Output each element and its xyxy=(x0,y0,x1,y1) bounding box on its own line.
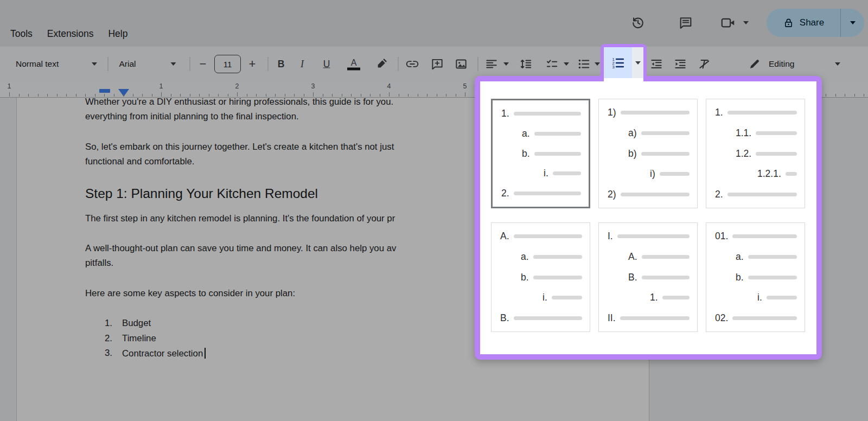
list-style-marker: i. xyxy=(544,168,548,179)
list-style-preview: A.a.b.i.B. xyxy=(492,223,590,331)
list-style-preview: 1)a)b)i)2) xyxy=(599,99,697,208)
placeholder-text-bar xyxy=(756,131,797,135)
placeholder-text-bar xyxy=(620,316,690,320)
list-style-marker: 01. xyxy=(715,231,728,242)
placeholder-text-bar xyxy=(534,152,581,156)
placeholder-text-bar xyxy=(748,255,797,259)
placeholder-text-bar xyxy=(552,296,582,299)
placeholder-text-bar xyxy=(641,152,690,156)
numbered-list-dropdown-button[interactable] xyxy=(632,47,643,78)
placeholder-text-bar xyxy=(514,192,581,195)
list-style-option-decimal-paren[interactable]: 1)a)b)i)2) xyxy=(598,99,698,208)
placeholder-text-bar xyxy=(553,171,581,175)
list-style-option-decimal-alpha-roman[interactable]: 1.a.b.i.2. xyxy=(491,99,590,208)
list-styles-grid: 1.a.b.i.2.1)a)b)i)2)1.1.1.1.2.1.2.1.2.A.… xyxy=(480,81,816,354)
list-style-preview-row: A. xyxy=(608,251,690,263)
list-style-preview-row: 2. xyxy=(501,188,581,199)
list-style-preview-row: 1. xyxy=(715,107,797,118)
list-style-option-leading-zero-decimal[interactable]: 01.a.b.i.02. xyxy=(706,222,805,332)
list-style-marker: 1. xyxy=(501,108,509,119)
list-style-preview-row: b. xyxy=(500,272,582,283)
placeholder-text-bar xyxy=(514,316,582,320)
list-style-preview-row: 2) xyxy=(608,189,690,200)
list-style-preview-row: 1.2. xyxy=(715,148,797,160)
list-style-marker: B. xyxy=(628,272,637,283)
placeholder-text-bar xyxy=(617,234,690,238)
list-style-marker: 1. xyxy=(715,107,723,118)
list-style-preview: I.A.B.1.II. xyxy=(599,223,697,331)
list-style-marker: a. xyxy=(522,128,530,139)
list-style-preview-row: a) xyxy=(608,127,690,139)
placeholder-text-bar xyxy=(732,316,797,320)
list-style-option-upper-alpha[interactable]: A.a.b.i.B. xyxy=(491,222,590,332)
list-style-preview-row: i. xyxy=(500,292,582,303)
placeholder-text-bar xyxy=(767,296,797,299)
placeholder-text-bar xyxy=(533,255,582,259)
list-style-preview-row: 1.2.1. xyxy=(715,168,797,180)
placeholder-text-bar xyxy=(748,276,797,279)
placeholder-text-bar xyxy=(514,112,581,116)
placeholder-text-bar xyxy=(642,276,690,279)
list-style-marker: a. xyxy=(521,251,529,263)
list-style-marker: 1. xyxy=(650,292,658,303)
list-style-marker: 1.2. xyxy=(736,148,751,160)
placeholder-text-bar xyxy=(514,234,582,238)
list-style-preview: 1.a.b.i.2. xyxy=(493,100,589,207)
list-style-preview-row: 02. xyxy=(715,312,797,324)
list-style-marker: II. xyxy=(608,312,616,324)
list-style-marker: b. xyxy=(736,272,744,283)
list-style-marker: 2. xyxy=(501,188,509,199)
numbered-list-styles-menu: 1.a.b.i.2.1)a)b)i)2)1.1.1.1.2.1.2.1.2.A.… xyxy=(475,76,822,360)
list-style-marker: I. xyxy=(608,231,613,242)
list-style-marker: B. xyxy=(500,312,509,324)
list-style-preview-row: 01. xyxy=(715,231,797,242)
list-style-marker: b. xyxy=(521,272,529,283)
list-style-preview: 1.1.1.1.2.1.2.1.2. xyxy=(706,99,805,208)
placeholder-text-bar xyxy=(756,152,797,156)
list-style-preview-row: a. xyxy=(715,251,797,263)
placeholder-text-bar xyxy=(727,111,797,114)
placeholder-text-bar xyxy=(786,172,797,176)
list-style-marker: 1) xyxy=(608,107,616,118)
placeholder-text-bar xyxy=(621,193,690,196)
list-style-preview: 01.a.b.i.02. xyxy=(706,223,805,331)
list-style-option-multilevel-decimal[interactable]: 1.1.1.1.2.1.2.1.2. xyxy=(706,99,805,208)
placeholder-text-bar xyxy=(660,172,690,176)
list-style-marker: 1.1. xyxy=(736,127,751,139)
list-style-marker: a. xyxy=(736,251,744,263)
list-style-preview-row: i) xyxy=(608,168,690,180)
list-style-preview-row: a. xyxy=(500,251,582,263)
list-style-preview-row: B. xyxy=(500,312,582,324)
list-style-preview-row: 2. xyxy=(715,189,797,200)
placeholder-text-bar xyxy=(621,111,690,114)
list-style-marker: 2) xyxy=(608,189,616,200)
list-style-marker: 02. xyxy=(715,312,728,324)
list-style-preview-row: b. xyxy=(501,148,581,160)
list-style-preview-row: 1. xyxy=(501,108,581,119)
list-style-preview-row: B. xyxy=(608,272,690,283)
placeholder-text-bar xyxy=(641,131,690,135)
numbered-list-icon: 1 2 3 xyxy=(610,55,626,71)
list-style-marker: A. xyxy=(628,251,637,263)
list-style-marker: b. xyxy=(522,148,530,160)
numbered-list-button[interactable]: 1 2 3 xyxy=(604,47,632,78)
list-style-marker: 1.2.1. xyxy=(757,168,781,180)
numbered-list-button-highlight: 1 2 3 xyxy=(601,44,647,81)
placeholder-text-bar xyxy=(662,296,690,299)
list-style-marker: A. xyxy=(500,231,509,242)
list-style-marker: a) xyxy=(628,127,637,139)
list-style-preview-row: A. xyxy=(500,231,582,242)
svg-text:3: 3 xyxy=(612,65,615,69)
placeholder-text-bar xyxy=(642,255,690,259)
list-style-preview-row: a. xyxy=(501,128,581,139)
list-style-preview-row: i. xyxy=(715,292,797,303)
list-style-preview-row: b) xyxy=(608,148,690,160)
list-style-preview-row: II. xyxy=(608,312,690,324)
list-style-preview-row: 1) xyxy=(608,107,690,118)
list-style-option-upper-roman[interactable]: I.A.B.1.II. xyxy=(598,222,698,332)
list-style-marker: 2. xyxy=(715,189,723,200)
placeholder-text-bar xyxy=(534,132,581,136)
list-style-marker: i. xyxy=(757,292,762,303)
list-style-marker: i. xyxy=(542,292,547,303)
list-style-preview-row: 1.1. xyxy=(715,127,797,139)
